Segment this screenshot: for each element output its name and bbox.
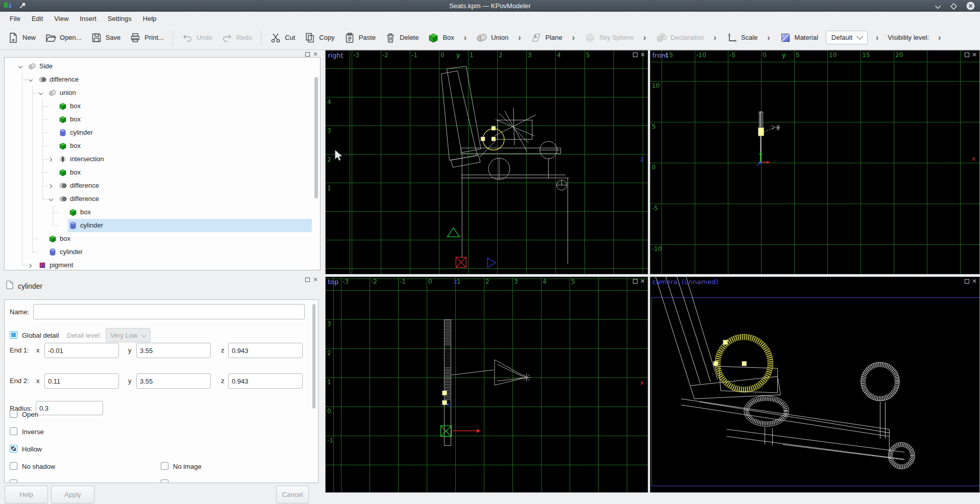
menu-settings[interactable]: Settings <box>102 13 137 24</box>
expander-down-icon[interactable] <box>18 64 23 69</box>
close-icon[interactable]: × <box>972 52 977 58</box>
toolbar-button-union[interactable]: Union <box>472 29 513 46</box>
tree-item-box-4[interactable]: box <box>5 113 320 126</box>
toolbar-button-save[interactable]: Save <box>86 29 126 46</box>
expander-right-icon[interactable] <box>28 263 33 268</box>
close-icon[interactable]: × <box>640 52 645 58</box>
copy-icon <box>304 32 315 43</box>
toolbar-button-box[interactable]: Box <box>423 29 458 46</box>
toolbar-button-plane[interactable]: Plane <box>526 29 567 46</box>
minimize-button[interactable] <box>935 3 941 12</box>
toolbar-button-undo[interactable]: Undo <box>177 29 217 46</box>
end2-z-input[interactable] <box>228 373 303 389</box>
no-image-checkbox[interactable] <box>161 462 168 470</box>
toolbar-combo-default[interactable]: Default <box>826 31 868 44</box>
menu-view[interactable]: View <box>48 13 74 24</box>
object-tree[interactable]: Sidedifferenceunionboxboxcylinderboxinte… <box>4 57 321 270</box>
tree-item-difference-9[interactable]: difference <box>5 179 320 192</box>
save-icon <box>91 32 102 43</box>
tree-item-cylinder-5[interactable]: cylinder <box>5 126 320 139</box>
global-detail-checkbox[interactable] <box>10 331 17 339</box>
tree-item-box-3[interactable]: box <box>5 99 320 113</box>
tree-scrollbar[interactable] <box>314 59 318 269</box>
expander-down-icon[interactable] <box>38 91 43 96</box>
viewport-controls: × <box>633 278 645 284</box>
tree-item-union-2[interactable]: union <box>5 86 320 99</box>
close-panel-icon[interactable]: × <box>313 51 318 57</box>
float-panel-icon[interactable] <box>305 52 310 57</box>
tree-item-difference-10[interactable]: difference <box>5 192 320 206</box>
tree-item-box-6[interactable]: box <box>5 139 320 153</box>
expander-down-icon[interactable] <box>28 78 33 83</box>
toolbar-button-copy[interactable]: Copy <box>300 29 339 46</box>
help-button[interactable]: Help <box>5 486 48 503</box>
tree-item-cylinder-14[interactable]: cylinder <box>5 245 320 259</box>
open-checkbox[interactable] <box>10 410 17 418</box>
tree-dock-controls: × <box>305 51 318 57</box>
tree-item-difference-1[interactable]: difference <box>5 73 320 86</box>
clipped-checkbox[interactable] <box>10 480 17 483</box>
restore-icon[interactable] <box>633 279 638 284</box>
restore-icon[interactable] <box>965 279 969 284</box>
end2-y-input[interactable] <box>136 373 211 389</box>
clipped-checkbox[interactable] <box>161 480 168 483</box>
end1-z-input[interactable] <box>228 343 303 358</box>
expander-right-icon[interactable] <box>48 157 54 162</box>
radius-input[interactable] <box>36 401 103 415</box>
tree-item-box-11[interactable]: box <box>5 206 320 219</box>
float-panel-icon[interactable] <box>305 278 310 282</box>
no-shadow-checkbox[interactable] <box>10 462 17 470</box>
menu-help[interactable]: Help <box>137 13 162 24</box>
end1-x-input[interactable] <box>44 343 119 358</box>
menu-edit[interactable]: Edit <box>26 13 48 24</box>
tree-item-box-13[interactable]: box <box>5 232 320 245</box>
close-icon[interactable]: × <box>640 278 645 284</box>
close-icon[interactable]: × <box>972 278 977 284</box>
maximize-button[interactable] <box>950 3 957 12</box>
viewport-top[interactable]: -3-2-1012345z 3210-1 top × x <box>325 276 648 493</box>
end1-y-input[interactable] <box>136 343 211 358</box>
tree-item-intersection-7[interactable]: intersection <box>5 153 320 166</box>
toolbar-button-sky-sphere[interactable]: Sky Sphere <box>580 29 638 46</box>
restore-icon[interactable] <box>965 53 969 57</box>
viewport-camera[interactable]: camera: (unnamed) × <box>650 276 980 493</box>
tree-item-pigment-15[interactable]: pigment <box>5 259 320 270</box>
toolbar-button-new[interactable]: New <box>3 29 40 46</box>
inverse-checkbox[interactable] <box>10 427 17 435</box>
toolbar-button-redo[interactable]: Redo <box>217 29 257 46</box>
menu-file[interactable]: File <box>4 13 26 24</box>
tree-scrollbar-thumb[interactable] <box>314 77 318 198</box>
viewport-area: -3-2-1012345y 4321 right × z -15-10-5051… <box>325 50 980 493</box>
end2-x-input[interactable] <box>44 373 119 389</box>
cancel-button[interactable]: Cancel <box>276 486 309 503</box>
ruler-tick: -1 <box>400 278 406 285</box>
properties-scrollbar-thumb[interactable] <box>312 304 315 409</box>
title-bar[interactable]: Seats.kpm — KPovModeler <box>0 0 980 12</box>
hollow-checkbox[interactable] <box>10 445 17 452</box>
toolbar-button-material[interactable]: Material <box>775 29 823 46</box>
toolbar-button-paste[interactable]: Paste <box>339 29 380 46</box>
viewport-right[interactable]: -3-2-1012345y 4321 right × z <box>325 50 648 274</box>
properties-scrollbar[interactable] <box>312 302 316 481</box>
toolbar-button-open[interactable]: Open... <box>40 29 86 46</box>
close-button[interactable] <box>966 2 975 12</box>
viewport-front[interactable]: -15-10-505101520y 1050-5-10 front × x <box>650 50 980 274</box>
name-input[interactable] <box>33 304 305 319</box>
toolbar-button-delete[interactable]: Delete <box>380 29 424 46</box>
restore-icon[interactable] <box>633 53 638 57</box>
menu-insert[interactable]: Insert <box>74 13 102 24</box>
tree-item-side-0[interactable]: Side <box>5 60 320 73</box>
pigment-icon <box>38 261 46 269</box>
apply-button[interactable]: Apply <box>51 486 94 503</box>
expander-down-icon[interactable] <box>48 197 54 202</box>
tree-item-box-8[interactable]: box <box>5 166 320 179</box>
close-panel-icon[interactable]: × <box>313 276 318 283</box>
expander-right-icon[interactable] <box>48 184 54 189</box>
toolbar-button-declaration[interactable]: Declaration <box>651 29 709 46</box>
toolbar-button-scale[interactable]: Scale <box>722 29 763 46</box>
toolbar-button-print[interactable]: Print... <box>125 29 168 46</box>
detail-level-select[interactable]: Very Low <box>106 328 151 342</box>
toolbar-button-cut[interactable]: Cut <box>265 29 300 46</box>
tree-item-cylinder-12[interactable]: cylinder <box>5 219 320 232</box>
axis-y-label: y <box>782 52 786 59</box>
